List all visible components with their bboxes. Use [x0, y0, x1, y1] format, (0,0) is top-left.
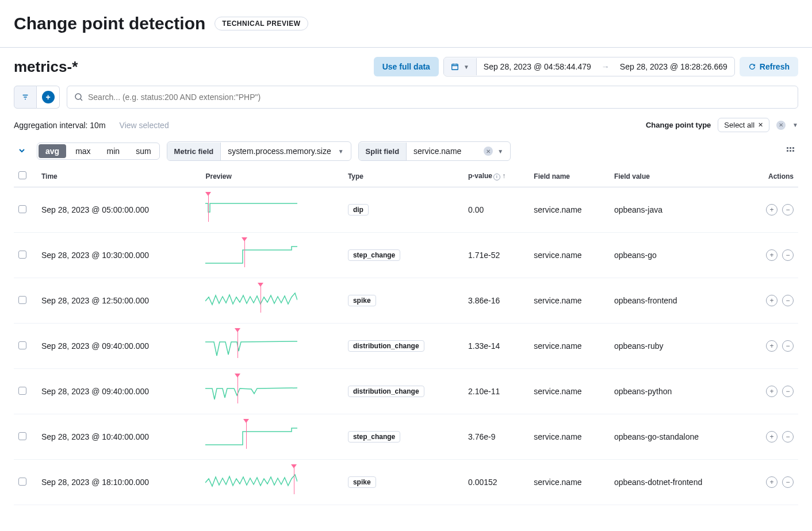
cell-field-name: service.name	[529, 233, 610, 278]
filter-out-button[interactable]: −	[782, 295, 794, 306]
cell-field-value: opbeans-ruby	[610, 324, 746, 369]
cell-preview	[201, 460, 343, 505]
date-range-picker[interactable]: ▼ Sep 28, 2023 @ 04:58:44.479 → Sep 28, …	[443, 57, 735, 76]
row-checkbox[interactable]	[18, 296, 26, 304]
metric-field-select[interactable]: Metric field system.process.memory.size …	[167, 141, 351, 161]
cell-preview	[201, 187, 343, 233]
chevron-down-icon[interactable]: ▼	[338, 148, 344, 155]
cell-preview	[201, 278, 343, 324]
agg-option-sum[interactable]: sum	[128, 143, 159, 159]
cell-field-name: service.name	[529, 278, 610, 324]
clear-split-field-button[interactable]: ✕	[484, 147, 493, 156]
aggregation-function-group: avgmaxminsum	[37, 143, 160, 160]
cell-field-name: service.name	[529, 324, 610, 369]
cell-preview	[201, 233, 343, 278]
cell-preview	[201, 324, 343, 369]
filter-in-button[interactable]: +	[766, 431, 777, 442]
filter-in-button[interactable]: +	[766, 295, 777, 306]
search-input[interactable]	[88, 93, 791, 102]
cell-field-name: service.name	[529, 369, 610, 414]
cell-time: Sep 28, 2023 @ 10:30:00.000	[37, 233, 201, 278]
cell-pvalue: 3.76e-9	[464, 414, 529, 460]
search-icon	[74, 93, 83, 102]
column-type[interactable]: Type	[343, 166, 464, 187]
select-all-pill[interactable]: Select all ✕	[718, 118, 769, 132]
close-icon[interactable]: ✕	[758, 121, 763, 129]
change-point-type-label: Change point type	[646, 121, 711, 129]
filter-out-button[interactable]: −	[782, 249, 794, 261]
row-checkbox[interactable]	[18, 432, 26, 440]
select-all-checkbox[interactable]	[18, 171, 26, 179]
filter-in-button[interactable]: +	[766, 476, 777, 488]
row-checkbox[interactable]	[18, 478, 26, 486]
date-to[interactable]: Sep 28, 2023 @ 18:28:26.669	[613, 57, 734, 76]
column-pvalue[interactable]: p-valuei ↑	[464, 166, 529, 187]
filter-out-button[interactable]: −	[782, 204, 794, 216]
refresh-button[interactable]: Refresh	[740, 57, 798, 76]
column-actions: Actions	[746, 166, 798, 187]
agg-option-avg[interactable]: avg	[39, 144, 66, 158]
cell-pvalue: 1.33e-14	[464, 324, 529, 369]
cell-type: distribution_change	[343, 369, 464, 414]
use-full-data-button[interactable]: Use full data	[374, 57, 439, 76]
cell-field-value: opbeans-frontend	[610, 278, 746, 324]
svg-rect-6	[792, 147, 794, 149]
search-container	[67, 86, 798, 109]
row-checkbox[interactable]	[18, 341, 26, 349]
cell-type: distribution_change	[343, 324, 464, 369]
dots-icon	[786, 146, 795, 155]
filter-out-button[interactable]: −	[782, 431, 794, 442]
add-filter-button[interactable]: +	[37, 86, 60, 109]
more-options-button[interactable]	[782, 143, 798, 160]
clear-filter-button[interactable]: ✕	[776, 121, 786, 130]
filter-icon	[21, 93, 29, 101]
column-field-value[interactable]: Field value	[610, 166, 746, 187]
cell-actions: + −	[746, 187, 798, 233]
date-from[interactable]: Sep 28, 2023 @ 04:58:44.479	[477, 57, 598, 76]
cell-actions: + −	[746, 414, 798, 460]
aggregation-interval-label: Aggregation interval: 10m	[14, 121, 106, 130]
results-table: Time Preview Type p-valuei ↑ Field name …	[14, 166, 798, 505]
filter-in-button[interactable]: +	[766, 249, 777, 261]
expand-toggle[interactable]	[14, 144, 30, 158]
row-checkbox[interactable]	[18, 387, 26, 395]
cell-pvalue: 3.86e-16	[464, 278, 529, 324]
column-field-name[interactable]: Field name	[529, 166, 610, 187]
filter-out-button[interactable]: −	[782, 386, 794, 397]
cell-field-name: service.name	[529, 460, 610, 505]
cell-preview	[201, 369, 343, 414]
view-selected-button[interactable]: View selected	[120, 121, 169, 130]
filter-in-button[interactable]: +	[766, 386, 777, 397]
cell-time: Sep 28, 2023 @ 05:00:00.000	[37, 187, 201, 233]
index-pattern-title: metrics-*	[14, 58, 78, 76]
row-checkbox[interactable]	[18, 205, 26, 213]
cell-field-value: opbeans-java	[610, 187, 746, 233]
split-field-select[interactable]: Split field service.name ✕ ▼	[358, 141, 511, 161]
column-time[interactable]: Time	[37, 166, 201, 187]
row-checkbox[interactable]	[18, 251, 26, 259]
cell-time: Sep 28, 2023 @ 12:50:00.000	[37, 278, 201, 324]
filter-out-button[interactable]: −	[782, 340, 794, 352]
split-field-value: service.name	[413, 147, 461, 156]
cell-type: step_change	[343, 233, 464, 278]
chevron-down-icon[interactable]: ▼	[792, 122, 798, 128]
svg-rect-7	[792, 150, 794, 152]
cell-actions: + −	[746, 324, 798, 369]
filter-out-button[interactable]: −	[782, 476, 794, 488]
page-header: Change point detection TECHNICAL PREVIEW	[0, 0, 812, 48]
filter-in-button[interactable]: +	[766, 340, 777, 352]
refresh-label: Refresh	[760, 62, 790, 71]
chevron-down-icon[interactable]: ▼	[497, 148, 503, 155]
filter-in-button[interactable]: +	[766, 204, 777, 216]
cell-actions: + −	[746, 278, 798, 324]
info-icon[interactable]: i	[493, 174, 500, 180]
column-preview: Preview	[201, 166, 343, 187]
filter-button[interactable]	[14, 86, 37, 109]
cell-pvalue: 0.00152	[464, 460, 529, 505]
chevron-down-icon	[18, 147, 25, 154]
split-field-label: Split field	[359, 143, 407, 160]
calendar-icon[interactable]: ▼	[444, 58, 477, 75]
agg-option-min[interactable]: min	[99, 143, 128, 159]
cell-type: dip	[343, 187, 464, 233]
agg-option-max[interactable]: max	[67, 143, 98, 159]
